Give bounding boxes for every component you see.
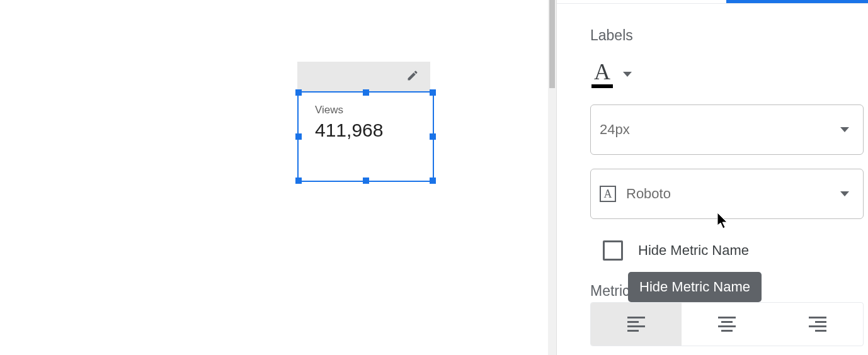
- metric-name-label: Views: [315, 104, 416, 116]
- font-family-select[interactable]: A Roboto: [590, 169, 864, 219]
- resize-handle-bottom-left[interactable]: [295, 178, 302, 184]
- font-icon: A: [600, 186, 616, 202]
- tab-divider: [557, 3, 868, 4]
- align-center-icon: [718, 317, 736, 332]
- font-size-value: 24px: [600, 121, 630, 138]
- metric-section-label: Metric: [590, 283, 630, 300]
- resize-handle-middle-right[interactable]: [430, 133, 436, 140]
- hide-metric-name-checkbox-row[interactable]: Hide Metric Name: [603, 240, 749, 261]
- font-size-select[interactable]: 24px: [590, 104, 864, 155]
- align-center-button[interactable]: [682, 303, 772, 346]
- resize-handle-top-middle[interactable]: [363, 89, 369, 96]
- scrollbar-thumb[interactable]: [549, 0, 555, 88]
- align-left-icon: [627, 317, 645, 332]
- resize-handle-bottom-right[interactable]: [430, 178, 436, 184]
- font-color-icon: A: [591, 60, 613, 88]
- chevron-down-icon: [623, 72, 632, 77]
- align-right-button[interactable]: [772, 303, 863, 346]
- canvas-scrollbar[interactable]: [548, 0, 556, 355]
- align-left-button[interactable]: [591, 303, 682, 346]
- mouse-cursor: [717, 213, 730, 232]
- hide-metric-name-checkbox[interactable]: [603, 240, 623, 261]
- hide-metric-name-label: Hide Metric Name: [638, 242, 749, 259]
- resize-handle-bottom-middle[interactable]: [363, 178, 369, 184]
- alignment-button-group: [590, 302, 864, 346]
- properties-panel: Labels A 24px A Roboto Hide Metric Name …: [556, 0, 868, 355]
- metric-value: 411,968: [315, 120, 416, 141]
- scorecard-widget-selected[interactable]: Views 411,968: [297, 62, 430, 91]
- align-right-icon: [809, 317, 826, 332]
- resize-handle-top-right[interactable]: [430, 89, 436, 96]
- scorecard-widget[interactable]: Views 411,968: [297, 91, 434, 182]
- widget-toolbar: [297, 62, 430, 91]
- font-family-value: Roboto: [626, 186, 671, 202]
- tooltip: Hide Metric Name: [628, 272, 762, 302]
- edit-icon[interactable]: [406, 69, 419, 84]
- labels-section-title: Labels: [590, 27, 633, 44]
- canvas-area[interactable]: Views 411,968: [0, 0, 548, 355]
- chevron-down-icon: [840, 127, 849, 132]
- resize-handle-top-left[interactable]: [295, 89, 302, 96]
- resize-handle-middle-left[interactable]: [295, 133, 302, 140]
- font-color-picker[interactable]: A: [591, 60, 632, 88]
- chevron-down-icon: [840, 191, 849, 196]
